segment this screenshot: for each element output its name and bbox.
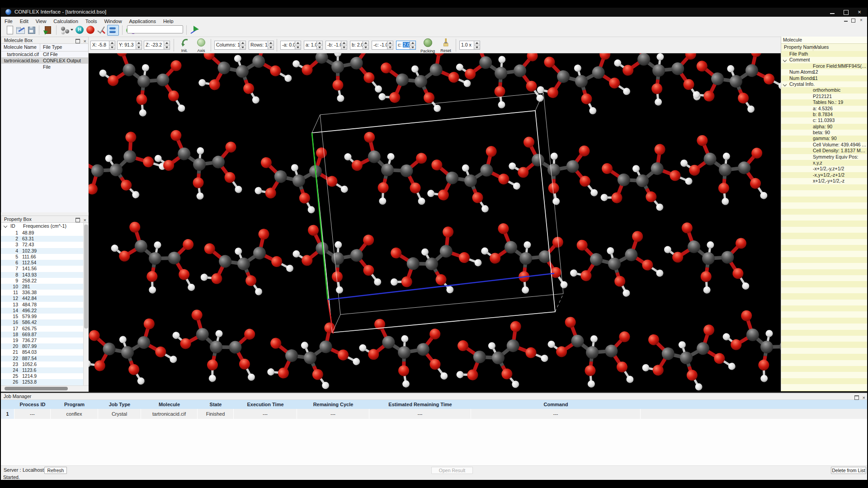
molecule[interactable]: [101, 217, 208, 305]
float-panel-icon[interactable]: [75, 218, 80, 222]
job-col-command[interactable]: Command: [471, 400, 641, 409]
open-result-button[interactable]: Open Result: [431, 467, 473, 474]
spin-up-icon[interactable]: [410, 41, 415, 46]
spin-down-icon[interactable]: [109, 46, 115, 50]
molecule[interactable]: [474, 220, 579, 303]
molecule[interactable]: [685, 53, 781, 126]
job-cell[interactable]: tartronicacid.cif: [141, 409, 198, 419]
molecule[interactable]: [354, 316, 455, 391]
inspector-row[interactable]: Tables No.: 19: [781, 99, 867, 105]
draw-bond-icon[interactable]: [96, 25, 106, 35]
spin-up-icon[interactable]: [317, 41, 322, 46]
float-panel-icon[interactable]: [854, 395, 859, 400]
job-col-state[interactable]: State: [198, 400, 234, 409]
inspector-row[interactable]: Force Field:MMFF94S(2010...: [781, 63, 867, 69]
molecule[interactable]: [446, 314, 554, 391]
frequency-row[interactable]: 17626.75: [1, 326, 83, 332]
frequency-row[interactable]: 263.31: [1, 236, 83, 242]
molecule[interactable]: [91, 53, 197, 127]
inspector-row[interactable]: beta: 90: [781, 130, 867, 136]
inspector-row[interactable]: Cell Volume: 439.4946 AN...: [781, 142, 867, 148]
inspector-row[interactable]: Num Bonds11: [781, 75, 867, 81]
z-rotation-spinner[interactable]: Z: -23.2: [144, 41, 170, 50]
mdi-close-button[interactable]: ×: [858, 18, 864, 23]
x-rotation-spinner[interactable]: X: -5.8: [90, 41, 115, 50]
inspector-row[interactable]: x,y,z: [781, 160, 867, 166]
molecule[interactable]: [193, 224, 298, 309]
collapse-chevron-icon[interactable]: [4, 224, 7, 228]
dropdown-arrow-icon[interactable]: [71, 29, 73, 31]
minimize-button[interactable]: [826, 8, 839, 17]
molecule-3d-viewport[interactable]: [89, 53, 781, 391]
spin-down-icon[interactable]: [387, 46, 393, 50]
molecule[interactable]: [590, 137, 698, 228]
molecule[interactable]: [713, 305, 781, 391]
frequency-row[interactable]: 8143.93: [1, 272, 83, 278]
inspector-row[interactable]: x+1/2,-y+1/2,-z: [781, 178, 867, 184]
spin-up-icon[interactable]: [363, 41, 368, 46]
job-col-execution-time[interactable]: Execution Time: [234, 400, 297, 409]
spin-down-icon[interactable]: [136, 46, 142, 50]
inspector-row[interactable]: Comment: [781, 57, 867, 63]
frequency-row[interactable]: 16586.42: [1, 319, 83, 325]
molecule[interactable]: [673, 131, 777, 214]
frequency-row[interactable]: 19736.27: [1, 338, 83, 343]
frequencies-column-header[interactable]: Frequencies (cm^-1): [23, 223, 66, 230]
frequency-row[interactable]: 372.43: [1, 242, 83, 248]
dock-splitter[interactable]: [1, 212, 89, 216]
job-row-number[interactable]: 1: [1, 409, 14, 419]
packing-button[interactable]: Packing: [419, 38, 437, 53]
job-col-process-id[interactable]: Process ID: [14, 400, 51, 409]
job-cell[interactable]: ---: [471, 409, 641, 419]
inspector-row[interactable]: -x,y+1/2,-z+1/2: [781, 172, 867, 178]
a-spinner[interactable]: a: 1.0: [304, 41, 323, 50]
inspector-row[interactable]: orthorhombic: [781, 87, 867, 93]
maximize-button[interactable]: [839, 8, 853, 17]
frequency-row[interactable]: 11336.38: [1, 290, 83, 296]
spin-down-icon[interactable]: [164, 46, 170, 50]
spin-up-icon[interactable]: [109, 41, 115, 46]
frequency-row[interactable]: 251214.9: [1, 373, 83, 379]
inspector-row[interactable]: Crystal Info.: [781, 81, 867, 87]
molecule[interactable]: [540, 313, 645, 391]
molecule[interactable]: [162, 305, 270, 391]
frequency-row[interactable]: 241123.6: [1, 367, 83, 373]
col-file-type[interactable]: File Type: [41, 44, 88, 51]
molecule-list-header[interactable]: Molecule Name File Type: [1, 44, 88, 52]
frequency-row[interactable]: 12442.84: [1, 296, 83, 301]
spin-up-icon[interactable]: [295, 41, 301, 46]
frequency-row[interactable]: 20807.99: [1, 343, 83, 349]
frequency-row[interactable]: 148.89: [1, 230, 83, 236]
axis-flag-icon[interactable]: [190, 25, 200, 35]
spin-down-icon[interactable]: [341, 46, 347, 50]
molecule-row-cif[interactable]: tartronicacid.cif Cif File: [1, 51, 88, 57]
frequency-row[interactable]: 9258.22: [1, 278, 83, 284]
add-hydrogen-icon[interactable]: H: [75, 25, 85, 35]
job-col-remaining-cycle[interactable]: Remaining Cycle: [297, 400, 369, 409]
frequency-row[interactable]: 7141.56: [1, 266, 83, 272]
float-panel-icon[interactable]: [75, 39, 80, 43]
job-cell[interactable]: ---: [369, 409, 471, 419]
id-column-header[interactable]: ID: [10, 223, 15, 230]
col-property-name[interactable]: Property Name: [784, 44, 816, 51]
spin-down-icon[interactable]: [474, 46, 480, 50]
job-col-estimated-remaining-time[interactable]: Estimated Remaining Time: [369, 400, 471, 409]
job-cell[interactable]: ---: [14, 409, 51, 419]
init-view-button[interactable]: Init.: [176, 38, 193, 53]
frequency-row[interactable]: 5111.66: [1, 254, 83, 260]
save-file-icon[interactable]: [26, 25, 36, 35]
frequency-row[interactable]: 15579.99: [1, 314, 83, 319]
reset-button[interactable]: Reset: [439, 38, 453, 53]
spin-up-icon[interactable]: [268, 41, 274, 46]
mdi-restore-button[interactable]: [850, 18, 856, 23]
spin-up-icon[interactable]: [164, 41, 170, 46]
frequency-row[interactable]: 231052.6: [1, 361, 83, 367]
spin-up-icon[interactable]: [387, 41, 393, 46]
molecule[interactable]: [504, 134, 604, 211]
molecule[interactable]: [565, 228, 666, 305]
inspector-column-header[interactable]: Property Name Values: [781, 44, 867, 52]
molecule[interactable]: [259, 317, 365, 391]
new-file-icon[interactable]: [5, 25, 14, 35]
job-table-row[interactable]: 1---conflexCrystaltartronicacid.cifFinis…: [1, 409, 867, 419]
frequency-row[interactable]: 21854.03: [1, 349, 83, 355]
